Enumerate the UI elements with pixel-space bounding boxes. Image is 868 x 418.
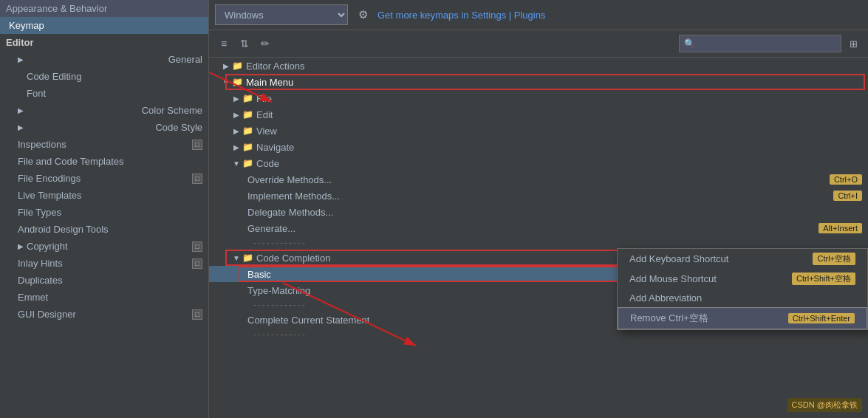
chevron-down-icon: ▼ — [231, 160, 242, 168]
chevron-down-icon: ▼ — [221, 78, 231, 86]
tree-item-override-methods[interactable]: Override Methods... Ctrl+O — [209, 171, 868, 188]
context-menu-item-add-mouse[interactable]: Add Mouse Shortcut Ctrl+Shift+空格 — [618, 269, 867, 289]
tree-item-main-menu[interactable]: ▼ 📁 Main Menu — [209, 74, 868, 90]
context-menu-item-add-abbreviation[interactable]: Add Abbreviation — [618, 289, 867, 307]
folder-icon: 📁 — [242, 109, 253, 120]
tree-item-navigate[interactable]: ▶ 📁 Navigate — [209, 139, 868, 155]
keymap-plugins-link[interactable]: Get more keymaps in Settings | Plugins — [377, 10, 545, 21]
shortcut-badge: Ctrl+O — [830, 174, 862, 185]
tree-area[interactable]: ▶ 📁 Editor Actions ▼ 📁 Main Menu ▶ 📁 Fil… — [209, 58, 868, 418]
context-menu-item-remove-ctrl[interactable]: Remove Ctrl+空格 Ctrl+Shift+Enter — [618, 307, 867, 329]
badge-icon: □ — [192, 241, 202, 252]
badge-icon: □ — [192, 174, 202, 184]
badge-icon: □ — [192, 140, 202, 150]
sidebar-item-general[interactable]: ▶ General — [0, 51, 208, 68]
shortcut-badge: Ctrl+空格 — [813, 253, 855, 265]
chevron-right-icon: ▶ — [18, 106, 24, 114]
sidebar-item-code-style[interactable]: ▶ Code Style — [0, 119, 208, 136]
folder-icon: 📁 — [242, 252, 253, 264]
chevron-down-icon: ▼ — [231, 254, 242, 262]
keymap-header: Windows Mac OS X Default ⚙ Get more keym… — [209, 0, 868, 30]
sidebar-item-inlay-hints[interactable]: Inlay Hints □ — [0, 255, 208, 272]
sidebar-item-keymap[interactable]: Keymap — [0, 17, 208, 34]
sidebar-item-inspections[interactable]: Inspections □ — [0, 136, 208, 153]
sidebar-header: Appearance & Behavior — [0, 0, 208, 17]
folder-icon: 📁 — [242, 157, 253, 169]
tree-item-editor-actions[interactable]: ▶ 📁 Editor Actions — [209, 58, 868, 74]
tree-item-file[interactable]: ▶ 📁 File — [209, 90, 868, 106]
context-menu-item-add-keyboard[interactable]: Add Keyboard Shortcut Ctrl+空格 — [618, 249, 867, 269]
shortcut-badge: Ctrl+Shift+空格 — [792, 273, 855, 285]
chevron-right-icon: ▶ — [18, 123, 24, 131]
folder-icon: 📁 — [231, 60, 243, 72]
badge-icon: □ — [192, 258, 202, 269]
tree-item-generate[interactable]: Generate... Alt+Insert — [209, 220, 868, 236]
edit-shortcut-button[interactable]: ✏ — [256, 35, 274, 52]
sidebar: Appearance & Behavior Keymap Editor ▶ Ge… — [0, 0, 209, 418]
sidebar-item-copyright[interactable]: ▶ Copyright □ — [0, 238, 208, 255]
shortcut-badge: Ctrl+I — [833, 191, 862, 201]
chevron-right-icon: ▶ — [231, 143, 242, 151]
tree-item-code[interactable]: ▼ 📁 Code — [209, 155, 868, 171]
sidebar-item-file-encodings[interactable]: File Encodings □ — [0, 170, 208, 187]
keymap-selector[interactable]: Windows Mac OS X Default — [215, 4, 348, 25]
tree-item-implement-methods[interactable]: Implement Methods... Ctrl+I — [209, 188, 868, 204]
shortcut-badge: Alt+Insert — [819, 223, 862, 233]
sidebar-item-color-scheme[interactable]: ▶ Color Scheme — [0, 102, 208, 119]
context-menu: Add Keyboard Shortcut Ctrl+空格 Add Mouse … — [617, 248, 868, 330]
folder-icon: 📁 — [231, 76, 243, 88]
sidebar-item-file-types[interactable]: File Types — [0, 204, 208, 221]
sidebar-item-android-design-tools[interactable]: Android Design Tools — [0, 221, 208, 238]
collapse-all-button[interactable]: ⇅ — [236, 35, 253, 52]
search-options-button[interactable]: ⊞ — [844, 35, 862, 52]
sidebar-item-code-editing[interactable]: Code Editing — [0, 68, 208, 85]
sidebar-item-duplicates[interactable]: Duplicates — [0, 272, 208, 289]
sidebar-item-emmet[interactable]: Emmet — [0, 289, 208, 306]
folder-icon: 📁 — [242, 125, 253, 137]
tree-item-view[interactable]: ▶ 📁 View — [209, 123, 868, 139]
badge-icon: □ — [192, 309, 202, 320]
sidebar-item-gui-designer[interactable]: GUI Designer □ — [0, 306, 208, 323]
watermark: CSDN @肉松拿铁 — [787, 398, 862, 412]
sidebar-item-live-templates[interactable]: Live Templates — [0, 187, 208, 204]
chevron-right-icon: ▶ — [221, 62, 231, 70]
folder-icon: 📁 — [242, 92, 253, 104]
sidebar-section-editor: Editor — [0, 34, 208, 51]
shortcut-badge: Ctrl+Shift+Enter — [788, 313, 855, 323]
chevron-right-icon: ▶ — [18, 242, 24, 250]
content-toolbar: ≡ ⇅ ✏ ⊞ — [209, 30, 868, 58]
keymap-gear-button[interactable]: ⚙ — [354, 6, 372, 24]
expand-all-button[interactable]: ≡ — [215, 35, 233, 52]
content-panel: Windows Mac OS X Default ⚙ Get more keym… — [209, 0, 868, 418]
chevron-right-icon: ▶ — [231, 95, 242, 103]
chevron-right-icon: ▶ — [231, 111, 242, 119]
search-input[interactable] — [679, 35, 841, 52]
sidebar-item-file-code-templates[interactable]: File and Code Templates — [0, 153, 208, 170]
tree-item-edit[interactable]: ▶ 📁 Edit — [209, 106, 868, 123]
chevron-right-icon: ▶ — [231, 127, 242, 135]
sidebar-item-font[interactable]: Font — [0, 85, 208, 102]
chevron-right-icon: ▶ — [18, 55, 24, 64]
tree-item-delegate-methods[interactable]: Delegate Methods... — [209, 204, 868, 220]
search-box: ⊞ — [679, 35, 862, 52]
folder-icon: 📁 — [242, 141, 253, 153]
